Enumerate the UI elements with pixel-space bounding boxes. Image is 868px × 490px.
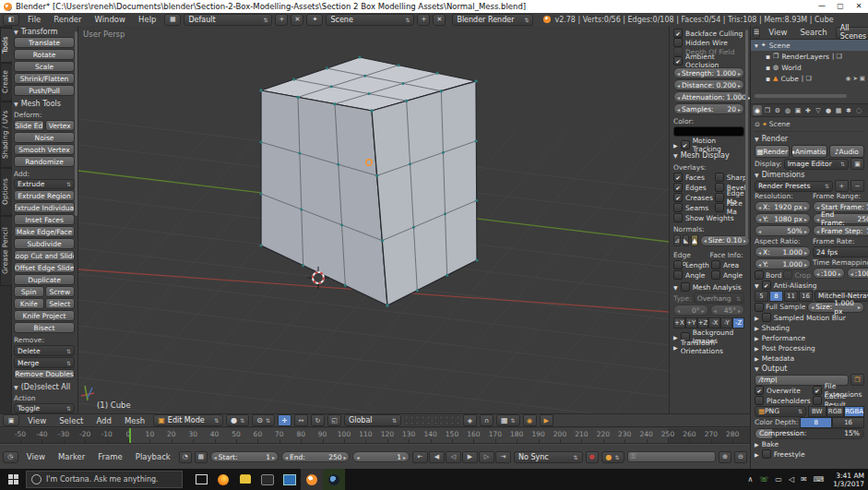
scene-selector[interactable]: Scene⇅ (326, 14, 414, 26)
screw-button[interactable]: Screw (45, 286, 76, 297)
tray-keyboard-icon[interactable]: ⌨ (814, 475, 825, 484)
remove-doubles-button[interactable]: Remove Doubles (14, 369, 75, 378)
jump-to-end-button[interactable]: ⇥ (495, 451, 511, 463)
strength-field[interactable]: ◂Strength:1.000▸ (673, 67, 744, 78)
panel-header-mesh-tools[interactable]: ▼Mesh Tools (14, 100, 75, 108)
view3d-menu-view[interactable]: View (22, 416, 52, 425)
cortana-search[interactable]: I'm Cortana. Ask me anything. (26, 471, 183, 488)
aa-size-field[interactable]: ◂Size: 1.000 px▸ (807, 302, 864, 313)
remap-field-1[interactable]: ◂:100▸ (847, 268, 868, 279)
remove-preset-icon[interactable]: − (850, 180, 864, 192)
expander-icon[interactable]: ▪ (766, 75, 770, 83)
seams-checkbox[interactable] (673, 203, 683, 212)
menu-file[interactable]: File (22, 15, 46, 24)
placeholders-checkbox[interactable] (755, 396, 764, 405)
timeline-ruler[interactable]: -50-40-30-20-100102030405060708090100110… (0, 428, 750, 444)
motion-tracking-checkbox[interactable] (681, 140, 690, 149)
extrude-region-button[interactable]: Extrude Region (14, 190, 75, 201)
close-button[interactable]: ✕ (850, 0, 868, 13)
properties-shelf-scrollbar[interactable] (745, 30, 748, 242)
editor-type-timeline-icon[interactable]: ◷ (3, 451, 18, 463)
panel-header-mesh-display[interactable]: ▼Mesh Display (673, 150, 744, 161)
ambient-occlusion-row[interactable]: Ambient Occlusion (673, 56, 744, 66)
delete-menu[interactable]: Delete⇅ (14, 345, 75, 356)
active-keying-set-field[interactable]: ⚿ (627, 451, 717, 462)
add-preset-icon[interactable]: + (835, 180, 849, 192)
start-button[interactable] (0, 469, 26, 490)
aa-samples-5-button[interactable]: 5 (755, 291, 768, 302)
action-menu[interactable]: Toggle⇅ (14, 403, 75, 413)
scene-icon[interactable]: ✦ (306, 14, 323, 26)
pin-icon[interactable]: ⊙ (755, 121, 760, 128)
overwrite-row[interactable]: Overwrite (755, 386, 811, 395)
snap-magnet-icon[interactable]: ∩ (480, 414, 493, 426)
color-depth-8-button[interactable]: 8 (800, 417, 832, 428)
edges-checkbox[interactable] (673, 183, 683, 192)
panel-header-freestyle[interactable]: ▶ Freestyle (755, 449, 864, 459)
add-scene-button[interactable]: + (417, 14, 430, 26)
insert-keyframe-icon[interactable]: ⊕ (719, 451, 731, 463)
analysis-type-menu[interactable]: Overhang⇅ (694, 293, 744, 304)
render-opengl-icon[interactable]: ◉ (523, 414, 537, 426)
shelf-tab-grease-pencil[interactable]: Grease Pencil (0, 216, 13, 286)
ao-color-swatch[interactable] (673, 126, 744, 137)
hidden-wire-row[interactable]: Hidden Wire (673, 38, 744, 47)
properties-tab-modifiers[interactable]: ✚ (803, 105, 813, 115)
depth-of-field-row[interactable]: Depth Of Field (673, 47, 744, 56)
edge-ma-checkbox[interactable] (715, 193, 724, 202)
render-button[interactable]: ▦ Render (755, 145, 790, 158)
bisect-button[interactable]: Bisect (14, 322, 75, 333)
outliner-scrollbar[interactable] (755, 94, 847, 98)
mesh-analysis-checkbox[interactable] (681, 282, 690, 292)
tray-phone-icon[interactable]: ☏ (759, 475, 768, 484)
translate-manipulator-icon[interactable]: ↔ (294, 414, 308, 426)
face-normals-icon[interactable]: ▲ (691, 234, 697, 246)
properties-tab-scene[interactable]: ⚙ (773, 105, 782, 115)
aa-samples-8-button[interactable]: 8 (769, 291, 783, 302)
pivot-point-selector[interactable]: ⊙⇅ (252, 414, 275, 426)
knife-project-button[interactable]: Knife Project (14, 310, 75, 321)
select-button[interactable]: Select (45, 298, 76, 309)
lock-icon[interactable]: ◈ (463, 414, 477, 426)
timeline-menu-marker[interactable]: Marker (53, 452, 90, 461)
expander-icon[interactable]: ▪ (766, 53, 770, 61)
animation-button[interactable]: ▬ Animation (791, 145, 826, 158)
edge-angle-row[interactable]: Angle (673, 270, 709, 280)
seams-row[interactable]: Seams (673, 203, 713, 212)
panel-header-render[interactable]: ▼Render (755, 134, 864, 144)
rotate-button[interactable]: Rotate (14, 49, 75, 60)
audio-button[interactable]: ♪ Audio (829, 145, 864, 158)
outliner-row-renderlayers[interactable]: ▪❐RenderLayers| ❑ (751, 51, 868, 62)
sharp-checkbox[interactable] (715, 173, 724, 182)
show-weights-checkbox[interactable] (673, 213, 683, 222)
taskbar-app-blender[interactable] (301, 469, 323, 490)
merge-menu[interactable]: Merge⇅ (14, 357, 75, 368)
properties-tab-particles[interactable]: ✱ (844, 105, 853, 115)
properties-tab-render[interactable]: ◉ (753, 105, 762, 115)
distance-field[interactable]: ◂Distance:0.200▸ (673, 79, 744, 90)
resolution-field-2[interactable]: ◂50%▸ (755, 225, 811, 236)
loose-normals-icon[interactable]: ◣ (683, 234, 689, 246)
panel-header-deselect-all[interactable]: ▼(De)select All (14, 383, 75, 391)
axis-y-button[interactable]: -Y (720, 317, 732, 329)
jump-to-next-keyframe-button[interactable]: ▷ (479, 451, 494, 463)
view3d-menu-select[interactable]: Select (54, 416, 89, 425)
subdivide-button[interactable]: Subdivide (14, 238, 75, 249)
faces-row[interactable]: Faces (673, 173, 713, 182)
bevel-checkbox[interactable] (715, 183, 724, 192)
slide-ed-button[interactable]: Slide Ed (14, 120, 44, 131)
properties-tab-object-data[interactable]: ▽ (814, 105, 823, 115)
render-presets-menu[interactable]: Render Presets⇅ (755, 181, 833, 192)
faces-checkbox[interactable] (673, 173, 683, 182)
extrude-menu[interactable]: Extrude⇅ (14, 179, 75, 189)
axis-x-button[interactable]: +X (673, 317, 685, 329)
anti-aliasing-checkbox[interactable] (762, 281, 771, 290)
mode-selector[interactable]: ▣ Edit Mode⇅ (153, 414, 223, 426)
preview-range-icon[interactable]: ◔ (179, 451, 192, 463)
overwrite-checkbox[interactable] (755, 386, 764, 395)
lock-interface-icon[interactable]: ▣ (850, 158, 864, 170)
outliner-menu-view[interactable]: View (763, 28, 792, 37)
face-ma-row[interactable]: Face Ma (715, 203, 747, 212)
make-edge-face-button[interactable]: Make Edge/Face (14, 226, 75, 237)
creases-row[interactable]: Creases (673, 193, 713, 202)
